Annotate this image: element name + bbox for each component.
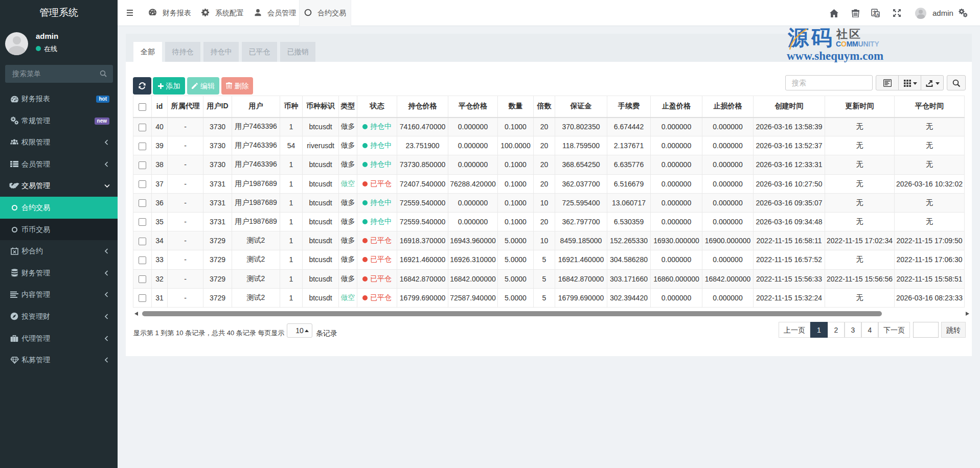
svg-text:A: A	[876, 12, 880, 17]
